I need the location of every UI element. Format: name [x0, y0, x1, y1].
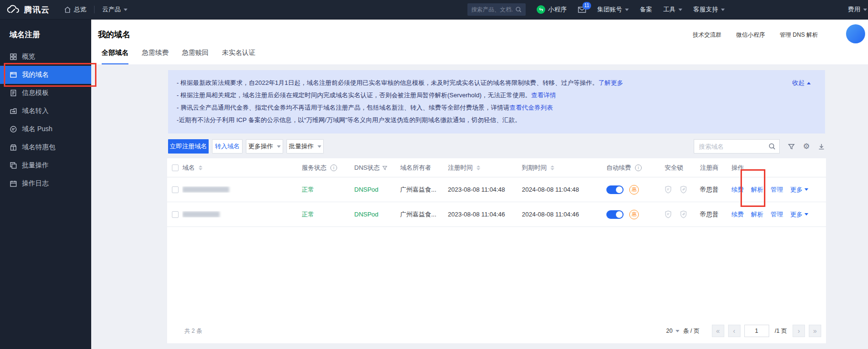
- next-page-button[interactable]: ›: [793, 325, 805, 337]
- sidebar-item-info-template[interactable]: 信息模板: [0, 84, 91, 102]
- filter-icon[interactable]: [382, 165, 388, 171]
- tencent-cloud-logo[interactable]: 腾讯云: [7, 4, 50, 15]
- tab-urgent-redeem[interactable]: 急需赎回: [182, 49, 209, 64]
- auto-renew-toggle[interactable]: [606, 185, 624, 194]
- promo-badge[interactable]: 惠: [629, 185, 639, 195]
- registrar: 帝思普: [700, 185, 731, 194]
- sidebar-item-operation-log[interactable]: 操作日志: [0, 174, 91, 193]
- resolve-link[interactable]: 解析: [751, 210, 763, 219]
- renew-link[interactable]: 续费: [731, 185, 744, 194]
- nav-support[interactable]: 客服支持: [693, 5, 725, 14]
- tab-urgent-renew[interactable]: 急需续费: [142, 49, 169, 64]
- nav-miniprogram[interactable]: 小程序: [537, 5, 567, 14]
- sidebar-item-domain-push[interactable]: 域名 Push: [0, 120, 91, 138]
- more-actions-dropdown[interactable]: 更多: [790, 185, 808, 194]
- search-icon[interactable]: [515, 6, 522, 13]
- chevron-down-icon: [804, 213, 808, 216]
- auto-renew-toggle[interactable]: [606, 210, 624, 219]
- expire-time: 2024-08-08 11:04:46: [522, 211, 606, 218]
- sidebar-item-transfer-in[interactable]: 域名转入: [0, 102, 91, 120]
- gear-icon[interactable]: ⚙: [803, 143, 810, 150]
- batch-operations-dropdown[interactable]: 批量操作: [286, 139, 324, 154]
- row-checkbox[interactable]: [172, 186, 179, 193]
- toolbar: 立即注册域名 转入域名 更多操作 批量操作: [168, 139, 825, 154]
- tab-all-domains[interactable]: 全部域名: [102, 49, 128, 64]
- domain-search-input[interactable]: [694, 139, 780, 154]
- domain-search[interactable]: [694, 139, 780, 154]
- content-area: - 根据最新政策法规要求，自2022年1月1日起，域名注册前必须使用已实名审核的…: [91, 64, 868, 349]
- renew-link[interactable]: 续费: [731, 210, 744, 219]
- nav-overview[interactable]: 总览: [64, 5, 86, 14]
- chevron-down-icon: [678, 9, 682, 11]
- manage-link[interactable]: 管理: [771, 185, 783, 194]
- link-manage-dns[interactable]: 管理 DNS 解析: [780, 31, 818, 39]
- info-icon[interactable]: i: [635, 164, 642, 171]
- sidebar-item-batch-ops[interactable]: 批量操作: [0, 156, 91, 174]
- filter-icon[interactable]: [788, 143, 795, 150]
- nav-beian[interactable]: 备案: [640, 5, 652, 14]
- sort-icon[interactable]: [550, 165, 554, 170]
- layers-icon: [10, 162, 17, 169]
- notice-line: - 根据最新政策法规要求，自2022年1月1日起，域名注册前必须使用已实名审核的…: [177, 77, 768, 89]
- search-icon[interactable]: [768, 143, 776, 150]
- transfer-in-button[interactable]: 转入域名: [212, 139, 243, 154]
- chevron-down-icon: [124, 9, 127, 11]
- nav-tools[interactable]: 工具: [663, 5, 682, 14]
- domain-table: 域名 服务状态 i DNS状态 域名所有者 注册时间 到期时间 自动续费 i 安…: [167, 158, 826, 343]
- avatar[interactable]: [846, 24, 865, 43]
- manage-link[interactable]: 管理: [771, 210, 783, 219]
- transfer-in-icon: [10, 107, 17, 115]
- sidebar-item-overview[interactable]: 概览: [0, 48, 91, 66]
- update-lock-icon[interactable]: [680, 210, 687, 218]
- register-time: 2023-08-08 11:04:48: [448, 186, 522, 193]
- sidebar-title: 域名注册: [0, 20, 91, 40]
- learn-more-link[interactable]: 了解更多: [598, 79, 623, 86]
- link-tech-group[interactable]: 技术交流群: [693, 31, 721, 39]
- select-all-checkbox[interactable]: [172, 164, 179, 171]
- nav-group-account[interactable]: 集团账号: [597, 5, 629, 14]
- row-checkbox[interactable]: [172, 211, 179, 218]
- registrar-lock-icon[interactable]: [665, 210, 672, 218]
- dns-status[interactable]: DNSPod: [354, 211, 400, 218]
- register-domain-button[interactable]: 立即注册域名: [168, 139, 209, 154]
- push-circle-icon: [10, 125, 17, 133]
- sidebar-item-my-domains[interactable]: 我的域名: [0, 66, 91, 84]
- more-actions-dropdown[interactable]: 更多: [790, 210, 808, 219]
- link-wechat-miniprogram[interactable]: 微信小程序: [736, 31, 765, 39]
- sort-icon[interactable]: [476, 165, 480, 170]
- download-icon[interactable]: [818, 143, 825, 150]
- update-lock-icon[interactable]: [680, 185, 687, 194]
- expire-time: 2024-08-08 11:04:48: [522, 186, 606, 193]
- sort-icon[interactable]: [199, 165, 202, 170]
- domain-name-blurred[interactable]: [182, 186, 229, 193]
- more-operations-dropdown[interactable]: 更多操作: [246, 139, 283, 154]
- per-page-label: 条 / 页: [683, 327, 699, 335]
- page-number-input[interactable]: [744, 325, 769, 337]
- voucher-list-link[interactable]: 查看代金券列表: [509, 104, 553, 111]
- prev-page-button[interactable]: ‹: [728, 325, 741, 337]
- info-icon[interactable]: i: [330, 164, 337, 171]
- promo-badge[interactable]: 惠: [629, 210, 639, 219]
- chevron-up-icon: [807, 82, 811, 84]
- nav-billing[interactable]: 费用: [848, 5, 867, 14]
- sidebar-item-domain-package[interactable]: 域名特惠包: [0, 138, 91, 156]
- collapse-notice-button[interactable]: 收起: [792, 77, 811, 89]
- nav-products[interactable]: 云产品: [102, 5, 127, 14]
- tab-unverified[interactable]: 未实名认证: [222, 49, 255, 64]
- view-details-link[interactable]: 查看详情: [531, 92, 556, 99]
- first-page-button[interactable]: «: [712, 325, 724, 337]
- page-header: 我的域名 技术交流群 微信小程序 管理 DNS 解析 全部域名 急需续费 急需赎…: [91, 20, 868, 64]
- domain-name-blurred[interactable]: [182, 211, 220, 217]
- nav-messages[interactable]: 11: [578, 6, 586, 13]
- chevron-down-icon: [863, 9, 867, 11]
- service-status: 正常: [302, 185, 354, 194]
- global-search[interactable]: [467, 3, 526, 16]
- page-size-select[interactable]: 20: [666, 328, 679, 334]
- registrar-lock-icon[interactable]: [665, 185, 672, 194]
- table-footer: 共 2 条 20 条 / 页 « ‹ /1 页 › »: [167, 318, 826, 343]
- last-page-button[interactable]: »: [809, 325, 821, 337]
- grid-icon: [10, 53, 17, 61]
- global-search-input[interactable]: [471, 6, 513, 13]
- dns-status[interactable]: DNSPod: [354, 186, 400, 193]
- resolve-link[interactable]: 解析: [751, 185, 763, 194]
